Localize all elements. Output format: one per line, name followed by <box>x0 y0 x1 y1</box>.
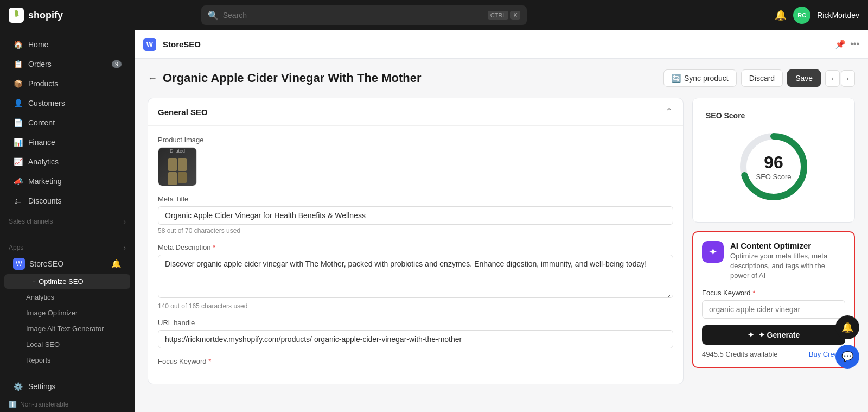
search-input[interactable] <box>223 11 483 20</box>
two-column-layout: General SEO ⌃ Product Image Diluted <box>148 98 855 393</box>
non-transferable-info: ℹ️ Non-transferable <box>0 396 135 412</box>
sub-item-label: Image Optimizer <box>26 309 78 317</box>
more-options-icon[interactable]: ••• <box>850 39 859 49</box>
sidebar-item-label: Customers <box>28 99 65 107</box>
meta-desc-group: Meta Description * Discover organic appl… <box>158 243 673 310</box>
credits-row: 4945.5 Credits available Buy Credits <box>702 350 845 358</box>
url-handle-group: URL handle <box>158 319 673 348</box>
store-seo-icon: W <box>13 258 25 270</box>
sidebar-item-content[interactable]: 📄 Content <box>4 113 130 132</box>
sidebar-item-label: Finance <box>28 138 55 147</box>
meta-title-char-count: 58 out of 70 characters used <box>158 227 673 234</box>
right-column: SEO Score 96 SEO Score <box>692 98 855 393</box>
chat-float-button[interactable]: 💬 <box>835 345 859 369</box>
page-content: ← Organic Apple Cider Vinegar With The M… <box>135 59 868 404</box>
sidebar-item-marketing[interactable]: 📣 Marketing <box>4 172 130 191</box>
optimize-seo-item[interactable]: └ Optimize SEO <box>4 274 130 289</box>
non-transferable-label: Non-transferable <box>20 401 68 408</box>
meta-desc-textarea[interactable]: Discover organic apple cider vinegar wit… <box>158 255 673 298</box>
sidebar-item-settings[interactable]: ⚙️ Settings <box>4 377 130 396</box>
search-bar[interactable]: 🔍 CTRL K <box>201 5 527 25</box>
seo-score-card: SEO Score 96 SEO Score <box>692 98 855 223</box>
credits-available: 4945.5 Credits available <box>702 350 777 358</box>
topnav-right: 🔔 RC RickMortdev <box>775 7 859 24</box>
collapse-icon[interactable]: ⌃ <box>665 106 673 118</box>
avatar[interactable]: RC <box>793 7 810 24</box>
products-icon: 📦 <box>13 79 23 88</box>
ai-focus-keyword-label: Focus Keyword * <box>702 289 845 297</box>
nav-arrows: ‹ › <box>825 70 855 87</box>
info-icon: ℹ️ <box>9 401 17 408</box>
sub-item-analytics[interactable]: Analytics <box>4 290 130 305</box>
sub-item-image-optimizer[interactable]: Image Optimizer <box>4 306 130 320</box>
sidebar-item-label: Products <box>28 79 58 88</box>
next-arrow-button[interactable]: › <box>841 70 855 87</box>
page-header: ← Organic Apple Cider Vinegar With The M… <box>148 69 855 87</box>
required-star: * <box>213 243 215 251</box>
notification-float-button[interactable]: 🔔 <box>835 315 859 339</box>
save-button[interactable]: Save <box>787 69 821 87</box>
header-actions: 🔄 Sync product Discard Save ‹ › <box>663 69 855 87</box>
sync-icon: 🔄 <box>672 74 681 83</box>
sidebar-item-home[interactable]: 🏠 Home <box>4 35 130 54</box>
sidebar-item-label: Content <box>28 118 55 127</box>
meta-desc-char-count: 140 out of 165 characters used <box>158 302 673 310</box>
tree-branch-icon: └ <box>30 277 35 286</box>
pin-icon[interactable]: 📌 <box>835 39 846 49</box>
logo-icon <box>9 8 24 23</box>
sub-item-label: Analytics <box>26 293 54 301</box>
sub-item-reports[interactable]: Reports <box>4 353 130 367</box>
sidebar-item-orders[interactable]: 📋 Orders 9 <box>4 55 130 73</box>
sidebar-item-finance[interactable]: 📊 Finance <box>4 133 130 151</box>
back-button[interactable]: ← <box>148 73 157 84</box>
apps-section[interactable]: Apps › <box>0 237 135 254</box>
sidebar-item-discounts[interactable]: 🏷 Discounts <box>4 192 130 210</box>
product-image-placeholder: Diluted <box>158 148 196 186</box>
product-image-group: Product Image Diluted <box>158 136 673 186</box>
sub-item-label: Image Alt Text Generator <box>26 325 104 333</box>
sub-item-image-alt-text[interactable]: Image Alt Text Generator <box>4 321 130 336</box>
shopify-logo[interactable]: shopify <box>9 8 74 23</box>
sync-product-button[interactable]: 🔄 Sync product <box>663 69 737 87</box>
sales-channels-section[interactable]: Sales channels › <box>0 211 135 228</box>
seo-score-donut: 96 SEO Score <box>736 129 812 205</box>
ai-optimizer-header: ✦ AI Content Optimizer Optimize your met… <box>702 241 845 281</box>
general-seo-title: General SEO <box>158 107 208 117</box>
sidebar-item-customers[interactable]: 👤 Customers <box>4 94 130 112</box>
sidebar-item-label: Marketing <box>28 177 61 186</box>
seo-score-label: SEO Score <box>756 173 791 181</box>
sidebar-item-products[interactable]: 📦 Products <box>4 74 130 93</box>
app-header-right: 📌 ••• <box>835 39 859 49</box>
k-key: K <box>510 11 520 20</box>
focus-required-star: * <box>208 357 211 365</box>
url-handle-label: URL handle <box>158 319 673 327</box>
generate-button[interactable]: ✦ ✦ Generate <box>702 325 845 345</box>
username: RickMortdev <box>817 11 859 20</box>
sidebar-item-analytics[interactable]: 📈 Analytics <box>4 153 130 171</box>
prev-arrow-button[interactable]: ‹ <box>825 70 839 87</box>
apps-label: Apps <box>9 244 23 251</box>
sub-item-local-seo[interactable]: Local SEO <box>4 337 130 352</box>
analytics-icon: 📈 <box>13 157 23 167</box>
orders-icon: 📋 <box>13 59 23 69</box>
sidebar-item-label: Settings <box>28 382 56 391</box>
store-seo-item[interactable]: W StoreSEO 🔔 <box>4 255 130 273</box>
content-icon: 📄 <box>13 118 23 128</box>
seo-score-title: SEO Score <box>706 111 841 120</box>
store-seo-bell-icon[interactable]: 🔔 <box>111 259 122 269</box>
optimize-seo-label: Optimize SEO <box>39 277 83 286</box>
meta-desc-label: Meta Description * <box>158 243 673 251</box>
donut-text: 96 SEO Score <box>756 153 791 181</box>
notification-bell-icon[interactable]: 🔔 <box>775 9 787 21</box>
ai-focus-keyword-input[interactable] <box>702 300 845 319</box>
sub-item-label: Reports <box>26 356 51 364</box>
discounts-icon: 🏷 <box>13 196 23 206</box>
discard-button[interactable]: Discard <box>741 69 783 87</box>
avatar-initials: RC <box>797 12 806 18</box>
general-seo-card: General SEO ⌃ Product Image Diluted <box>148 98 684 384</box>
url-handle-input[interactable] <box>158 330 673 348</box>
seo-score-number: 96 <box>756 153 791 173</box>
meta-title-input[interactable] <box>158 206 673 225</box>
sub-item-label: Local SEO <box>26 340 60 348</box>
sidebar-item-label: Home <box>28 40 48 49</box>
